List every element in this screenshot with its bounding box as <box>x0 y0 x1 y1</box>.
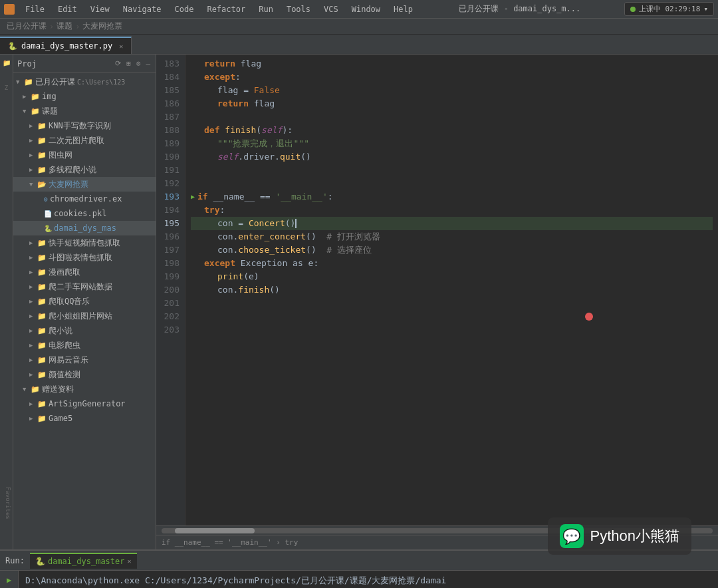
tab-bar: 🐍 damai_dys_master.py ✕ <box>0 35 718 55</box>
tree-cookies[interactable]: ▶ 📄 cookies.pkl <box>13 206 156 221</box>
tab-damai[interactable]: 🐍 damai_dys_master.py ✕ <box>0 37 132 54</box>
watermark-text: Python小熊猫 <box>590 526 680 546</box>
breadcrumb-sep1: › <box>49 22 54 31</box>
tree-cookies-label: cookies.pkl <box>54 209 106 218</box>
tree-kuaishou[interactable]: ▶ 📁 快手短视频情包抓取 <box>13 235 156 250</box>
tree-damai[interactable]: ▼ 📂 大麦网抢票 <box>13 177 156 192</box>
tree-qq-icon: 📁 <box>37 297 47 306</box>
code-line-190: self.driver.quit() <box>191 150 713 164</box>
code-line-187 <box>191 110 713 124</box>
menu-tools[interactable]: Tools <box>284 3 313 15</box>
tree-artsign-arrow: ▶ <box>29 400 36 407</box>
tree-manhua[interactable]: ▶ 📁 漫画爬取 <box>13 265 156 279</box>
tree-gift-arrow: ▼ <box>23 386 29 392</box>
tree-girl-label: 爬小姐姐图片网站 <box>49 311 112 322</box>
menu-file[interactable]: File <box>23 3 47 15</box>
tree-netease[interactable]: ▶ 📁 网易云音乐 <box>13 353 156 367</box>
tree-knn-icon: 📁 <box>37 122 47 130</box>
code-line-192 <box>191 177 713 190</box>
tree-keti[interactable]: ▼ 📁 课题 <box>13 104 156 118</box>
run-tab[interactable]: 🐍 damai_dys_master ✕ <box>30 553 137 569</box>
tree-img-arrow: ▶ <box>23 93 29 100</box>
menu-run[interactable]: Run <box>256 3 276 15</box>
favorites-icon[interactable]: Favorites <box>3 498 13 508</box>
tab-close-icon[interactable]: ✕ <box>119 43 123 50</box>
tree-face[interactable]: ▶ 📁 颜值检测 <box>13 367 156 382</box>
tree-tuchong-label: 图虫网 <box>49 150 72 161</box>
tree-damai-icon: 📂 <box>37 180 47 189</box>
menu-vcs[interactable]: VCS <box>321 3 341 15</box>
tree-car[interactable]: ▶ 📁 爬二手车网站数据 <box>13 279 156 294</box>
tree-damai-py[interactable]: ▶ 🐍 damai_dys_mas <box>13 221 156 235</box>
tree-novel[interactable]: ▶ 📁 多线程爬小说 <box>13 162 156 177</box>
tree-face-label: 颜值检测 <box>49 369 80 380</box>
breadcrumb-part2[interactable]: 课题 <box>57 21 72 32</box>
tree-img[interactable]: ▶ 📁 img <box>13 89 156 104</box>
tree-game5[interactable]: ▶ 📁 Game5 <box>13 411 156 426</box>
code-line-193: ▶ if __name__ == '__main__': <box>191 190 713 204</box>
ln-198: 198 <box>156 257 180 270</box>
hscroll-thumb[interactable] <box>175 528 255 533</box>
menu-navigate[interactable]: Navigate <box>120 3 164 15</box>
ln-203: 203 <box>156 323 180 337</box>
tree-2d[interactable]: ▶ 📁 二次元图片爬取 <box>13 133 156 148</box>
run-play-btn[interactable]: ▶ <box>3 573 16 587</box>
tree-qq-arrow: ▶ <box>29 298 36 305</box>
breadcrumb: 已月公开课 › 课题 › 大麦网抢票 <box>0 19 718 35</box>
structure-icon[interactable]: Z <box>1 82 12 93</box>
tree-2d-label: 二次元图片爬取 <box>49 135 104 146</box>
tree-gift[interactable]: ▼ 📁 赠送资料 <box>13 382 156 396</box>
code-line-195: con = Concert() <box>191 217 713 230</box>
tree-dou-arrow: ▶ <box>29 254 36 261</box>
timer-dot <box>630 7 636 12</box>
tree-netease-icon: 📁 <box>37 356 47 365</box>
menu-edit[interactable]: Edit <box>55 3 80 15</box>
breadcrumb-part3[interactable]: 大麦网抢票 <box>82 21 122 32</box>
run-tab-name: damai_dys_master <box>48 557 125 566</box>
menu-help[interactable]: Help <box>391 3 416 15</box>
code-line-200: con.finish() <box>191 283 713 297</box>
tree-game5-label: Game5 <box>49 414 72 423</box>
menu-bar: File Edit View Navigate Code Refactor Ru… <box>0 0 718 19</box>
ln-196: 196 <box>156 230 180 243</box>
tree-gift-label: 赠送资料 <box>42 384 74 395</box>
tree-tuchong[interactable]: ▶ 📁 图虫网 <box>13 148 156 162</box>
breadcrumb-part1[interactable]: 已月公开课 <box>7 21 47 32</box>
wechat-icon: 💬 <box>560 524 584 548</box>
tree-root[interactable]: ▼ 📁 已月公开课 C:\Users\123 <box>13 74 156 89</box>
window-title: 已月公开课 - damai_dys_m... <box>423 3 616 15</box>
tree-damai-label: 大麦网抢票 <box>49 179 88 190</box>
tree-cookies-icon: 📄 <box>44 210 52 218</box>
tree-manhua-label: 漫画爬取 <box>49 267 80 278</box>
tree-knn[interactable]: ▶ 📁 KNN手写数字识别 <box>13 118 156 133</box>
project-collapse-btn[interactable]: — <box>144 58 152 69</box>
tree-dou[interactable]: ▶ 📁 斗图啦表情包抓取 <box>13 250 156 265</box>
menu-view[interactable]: View <box>88 3 112 15</box>
ln-194: 194 <box>156 204 180 217</box>
project-sync-btn[interactable]: ⟳ <box>114 58 122 69</box>
tree-artsign[interactable]: ▶ 📁 ArtSignGenerator <box>13 396 156 411</box>
tree-img-icon: 📁 <box>31 92 40 101</box>
menu-code[interactable]: Code <box>172 3 197 15</box>
tree-dou-icon: 📁 <box>37 253 47 262</box>
tree-chromedriver[interactable]: ▶ ⚙ chromedriver.ex <box>13 192 156 206</box>
run-tab-close[interactable]: ✕ <box>128 557 132 565</box>
code-area[interactable]: 183 184 185 186 187 188 189 190 191 192 … <box>156 55 718 525</box>
tree-tuchong-icon: 📁 <box>37 151 47 160</box>
tree-movie[interactable]: ▶ 📁 电影爬虫 <box>13 338 156 353</box>
code-content[interactable]: return flag except: flag = False return … <box>185 55 718 525</box>
menu-window[interactable]: Window <box>349 3 383 15</box>
project-settings-btn[interactable]: ⚙ <box>135 58 142 69</box>
timer-badge[interactable]: 上课中 02:29:18 ▾ <box>624 2 714 16</box>
tree-gift-icon: 📁 <box>31 385 40 394</box>
tree-qq[interactable]: ▶ 📁 爬取QQ音乐 <box>13 294 156 309</box>
tree-novel2[interactable]: ▶ 📁 爬小说 <box>13 323 156 338</box>
tree-girl[interactable]: ▶ 📁 爬小姐姐图片网站 <box>13 309 156 323</box>
project-icon[interactable]: 📁 <box>1 57 12 68</box>
run-toolbar: ▶ ■ ↺ 📌 ↕ 🖨 🗑 <box>0 571 19 588</box>
project-split-btn[interactable]: ⊞ <box>125 58 132 69</box>
tree-netease-arrow: ▶ <box>29 357 36 363</box>
menu-refactor[interactable]: Refactor <box>204 3 248 15</box>
breadcrumb-sep2: › <box>75 22 80 31</box>
tree-car-label: 爬二手车网站数据 <box>49 281 112 293</box>
